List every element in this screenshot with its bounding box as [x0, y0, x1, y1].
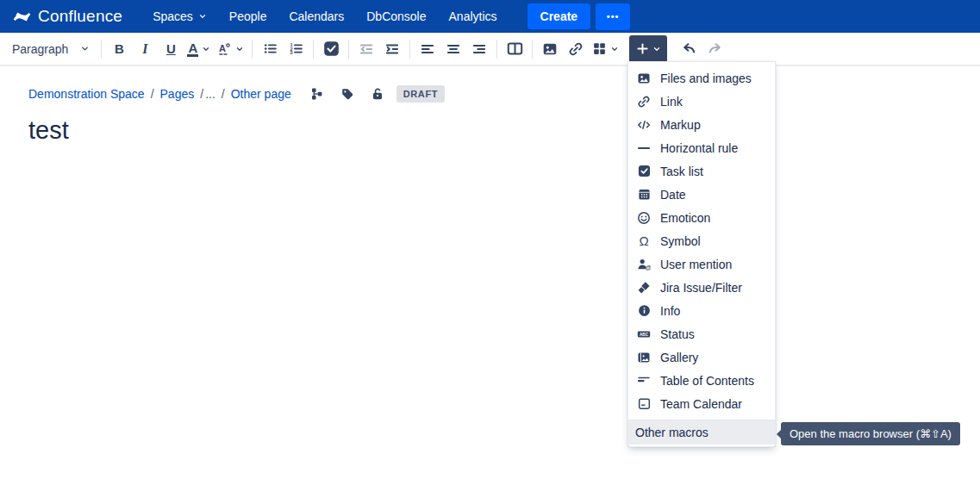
- insert-more-content-button[interactable]: [629, 35, 667, 63]
- align-right-icon: [471, 41, 487, 57]
- menu-bottom-padding: [628, 445, 775, 446]
- menu-item-markup[interactable]: Markup: [628, 113, 775, 136]
- toolbar-divider: [532, 40, 533, 59]
- create-button[interactable]: Create: [527, 3, 591, 29]
- align-right-button[interactable]: [466, 36, 492, 62]
- nav-item-analytics[interactable]: Analytics: [438, 0, 509, 33]
- breadcrumb-space-link[interactable]: Demonstration Space: [28, 87, 145, 101]
- numbered-list-button[interactable]: 123: [283, 36, 309, 62]
- unlock-icon: [371, 87, 384, 101]
- menu-item-jira-issue-filter[interactable]: Jira Issue/Filter: [628, 276, 775, 299]
- menu-item-horizontal-rule[interactable]: Horizontal rule: [628, 136, 775, 159]
- toolbar-divider: [101, 40, 102, 59]
- nav-item-dbconsole[interactable]: DbConsole: [355, 0, 437, 33]
- svg-text:@: @: [645, 264, 651, 271]
- redo-icon: [707, 40, 723, 57]
- svg-text:ABC: ABC: [640, 332, 649, 336]
- menu-item-label: Jira Issue/Filter: [660, 281, 742, 295]
- text-color-dropdown[interactable]: A: [184, 36, 214, 62]
- page-tree-icon: [310, 87, 324, 101]
- chevron-down-icon: [198, 12, 207, 21]
- insert-image-button[interactable]: [537, 36, 563, 62]
- indent-button[interactable]: [379, 36, 405, 62]
- paragraph-style-dropdown[interactable]: Paragraph: [7, 36, 97, 62]
- align-center-button[interactable]: [440, 36, 466, 62]
- bold-button[interactable]: B: [106, 36, 132, 62]
- menu-item-gallery[interactable]: Gallery: [628, 345, 775, 369]
- editor-content-area[interactable]: Demonstration Space / Pages / ... / Othe…: [0, 85, 980, 145]
- draft-status-badge: DRAFT: [396, 85, 445, 103]
- page-title[interactable]: test: [28, 116, 952, 145]
- more-formatting-icon: A: [217, 41, 232, 56]
- menu-divider: Other macros: [628, 420, 775, 445]
- menu-item-files-and-images[interactable]: Files and images: [628, 66, 775, 90]
- toolbar-divider: [348, 40, 349, 59]
- horizontal-rule-icon: [637, 141, 651, 155]
- nav-more-button[interactable]: •••: [596, 3, 630, 30]
- menu-item-label: Table of Contents: [660, 374, 754, 388]
- image-icon: [542, 41, 558, 57]
- breadcrumb-separator: /: [200, 87, 203, 101]
- menu-item-team-calendar[interactable]: Team Calendar: [628, 392, 775, 415]
- plus-icon: [636, 42, 649, 55]
- task-list-button[interactable]: [318, 36, 344, 62]
- page-tree-button[interactable]: [309, 85, 326, 103]
- restrictions-button[interactable]: [369, 85, 386, 103]
- task-list-icon: [637, 165, 651, 178]
- paragraph-style-label: Paragraph: [12, 42, 68, 56]
- chevron-down-icon: [235, 45, 244, 53]
- tooltip-text: Open the macro browser (⌘⇧A): [790, 427, 952, 440]
- confluence-home-link[interactable]: Confluence: [12, 7, 122, 27]
- labels-button[interactable]: [339, 85, 356, 103]
- align-left-button[interactable]: [415, 36, 440, 62]
- undo-button[interactable]: [676, 36, 702, 62]
- menu-item-task-list[interactable]: Task list: [628, 159, 775, 183]
- breadcrumb-pages-link[interactable]: Pages: [160, 87, 195, 101]
- top-navigation-bar: Confluence Spaces People Calendars DbCon…: [0, 0, 980, 33]
- insert-content-dropdown-menu: Files and images Link Markup Horizontal …: [627, 61, 776, 447]
- align-center-icon: [446, 41, 461, 57]
- nav-item-label: People: [229, 9, 267, 23]
- emoticon-icon: [637, 211, 651, 225]
- link-icon: [637, 95, 651, 109]
- bullet-list-button[interactable]: [257, 36, 283, 62]
- chevron-down-icon: [652, 45, 661, 53]
- nav-item-label: Spaces: [153, 9, 193, 23]
- tooltip-arrow: [777, 430, 781, 439]
- nav-item-calendars[interactable]: Calendars: [278, 0, 355, 33]
- insert-table-dropdown[interactable]: [589, 36, 622, 62]
- nav-item-label: Analytics: [449, 9, 497, 23]
- menu-item-date[interactable]: Date: [628, 183, 775, 206]
- menu-item-label: Markup: [660, 118, 701, 132]
- menu-item-table-of-contents[interactable]: Table of Contents: [628, 369, 775, 392]
- indent-icon: [384, 41, 400, 57]
- italic-button[interactable]: I: [132, 36, 158, 62]
- more-formatting-dropdown[interactable]: A: [214, 36, 247, 62]
- nav-item-people[interactable]: People: [218, 0, 278, 33]
- menu-item-info[interactable]: Info: [628, 299, 775, 322]
- chevron-down-icon: [202, 45, 210, 53]
- date-icon: [637, 188, 651, 202]
- brand-name: Confluence: [38, 7, 122, 26]
- menu-item-user-mention[interactable]: @ User mention: [628, 252, 775, 276]
- info-icon: [637, 304, 651, 318]
- menu-item-emoticon[interactable]: Emoticon: [628, 206, 775, 229]
- menu-item-link[interactable]: Link: [628, 90, 775, 113]
- menu-item-symbol[interactable]: Ω Symbol: [628, 229, 775, 252]
- nav-item-spaces[interactable]: Spaces: [141, 0, 218, 33]
- breadcrumb-collapsed-ellipsis[interactable]: ...: [205, 87, 215, 101]
- jira-icon: [637, 281, 651, 295]
- menu-item-status[interactable]: ABC Status: [628, 322, 775, 345]
- task-icon: [323, 40, 340, 57]
- svg-text:A: A: [219, 43, 226, 53]
- menu-item-other-macros[interactable]: Other macros: [628, 420, 775, 445]
- insert-link-button[interactable]: [563, 36, 589, 62]
- page-layout-button[interactable]: [502, 36, 527, 62]
- chevron-down-icon: [610, 45, 619, 53]
- table-icon: [592, 41, 607, 56]
- undo-icon: [681, 40, 697, 57]
- svg-text:3: 3: [290, 50, 292, 55]
- underline-button[interactable]: U: [158, 36, 184, 62]
- toolbar-divider: [252, 40, 253, 59]
- breadcrumb-current-page-link[interactable]: Other page: [231, 87, 291, 101]
